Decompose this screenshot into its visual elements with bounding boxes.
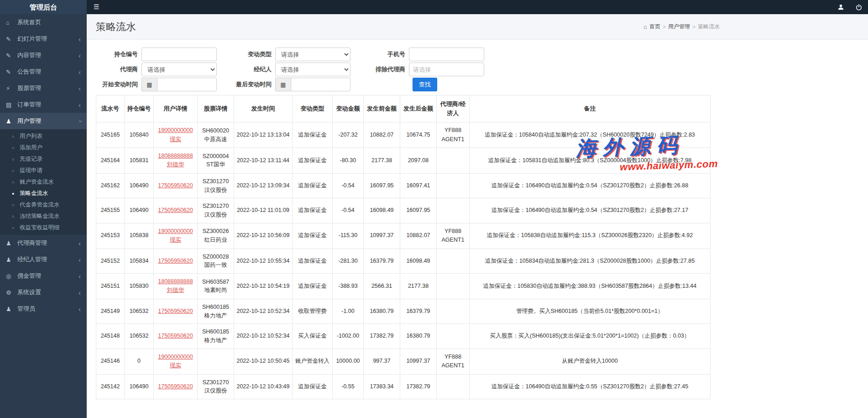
user-phone-link[interactable]: 17505950620	[158, 182, 193, 189]
cell-user: 17505950620	[154, 324, 198, 349]
bullet-icon: ○	[12, 226, 20, 230]
sidebar-subitem-收益宝收益明细[interactable]: ○收益宝收益明细	[0, 222, 87, 233]
cell-after-amount: 16098.49	[400, 249, 437, 274]
home-icon: ⌂	[643, 23, 647, 30]
sidebar-item-系统设置[interactable]: ⚙系统设置‹	[0, 284, 87, 301]
sidebar-subitem-充值记录[interactable]: ○充值记录	[0, 153, 87, 165]
user-name-link[interactable]: 现实	[170, 136, 181, 143]
user-icon: ♟	[6, 306, 15, 312]
commission-icon: ◎	[6, 273, 15, 280]
table-row: 24516210649017505950620SZ301270汉仪股份2022-…	[96, 173, 711, 198]
column-header: 变动类型	[293, 95, 333, 122]
user-phone-link[interactable]: 17505950620	[158, 258, 193, 264]
stock-name: 国药一致	[200, 261, 231, 270]
sidebar-item-label: 系统设置	[17, 288, 78, 296]
cell-serial: 245146	[96, 349, 125, 374]
user-menu-button[interactable]	[831, 0, 850, 14]
content-header: 策略流水 ⌂ 首页 > 用户管理 > 策略流水	[87, 14, 868, 40]
user-phone-link[interactable]: 17505950620	[158, 207, 193, 213]
cell-position: 106532	[125, 299, 154, 324]
cell-change-type: 追加保证金	[293, 374, 333, 399]
cell-change-type: 追加保证金	[293, 173, 333, 198]
broker-select[interactable]: 请选择	[275, 63, 350, 76]
change-type-select[interactable]: 请选择	[275, 48, 350, 61]
orders-icon: ▤	[6, 101, 15, 108]
sidebar-item-内容管理[interactable]: ✎内容管理‹	[0, 47, 87, 63]
stock-name: 格力地产	[200, 336, 231, 345]
user-phone-link[interactable]: 18088888888	[158, 278, 193, 285]
user-name-link[interactable]: 现实	[170, 362, 181, 369]
logout-button[interactable]	[850, 0, 868, 14]
user-name-link[interactable]: 刘德华	[167, 161, 184, 168]
user-phone-link[interactable]: 17505950620	[158, 383, 193, 390]
user-name-link[interactable]: 刘德华	[167, 287, 184, 293]
sidebar-subitem-用户列表[interactable]: ○用户列表	[0, 131, 87, 142]
cell-remark: 追加保证金：105830自动追加履约金:388.93（SH603587股数286…	[470, 274, 711, 299]
sidebar-subitem-策略金流水[interactable]: ●策略金流水	[0, 188, 87, 199]
cell-user: 17505950620	[154, 299, 198, 324]
main-area: 策略流水 ⌂ 首页 > 用户管理 > 策略流水 持仓编号	[87, 14, 868, 418]
sidebar-item-幻灯片管理[interactable]: ✎幻灯片管理‹	[0, 31, 87, 47]
sidebar-subitem-label: 收益宝收益明细	[20, 224, 60, 232]
sidebar-subitem-提现申请[interactable]: ○提现申请	[0, 165, 87, 176]
cell-amount: -1.00	[333, 299, 364, 324]
sidebar-subitem-代金券资金流水[interactable]: ○代金券资金流水	[0, 199, 87, 211]
breadcrumb-separator: >	[663, 24, 666, 30]
user-phone-link[interactable]: 19000000000	[158, 127, 193, 133]
user-phone-link[interactable]: 19000000000	[158, 228, 193, 234]
end-time-input[interactable]	[291, 78, 350, 91]
sidebar-item-系统首页[interactable]: ⌂系统首页	[0, 14, 87, 31]
stock-name: ST国华	[200, 160, 231, 169]
user-phone-link[interactable]: 19000000000	[158, 354, 193, 360]
navbar-right	[831, 0, 868, 14]
sidebar-toggle-button[interactable]: ☰	[87, 0, 106, 14]
sidebar-subitem-添加用户[interactable]: ○添加用户	[0, 142, 87, 153]
position-no-input[interactable]	[141, 48, 217, 61]
cell-after-amount: 2097.08	[400, 148, 437, 174]
cell-stock: SZ301270汉仪股份	[198, 173, 234, 198]
cell-stock: SH600185格力地产	[198, 324, 234, 349]
cell-before-amount: 997.37	[364, 349, 400, 374]
sidebar-item-代理商管理[interactable]: ♟代理商管理‹	[0, 235, 87, 251]
column-header: 发生时间	[234, 95, 293, 122]
stock-name: 中原高速	[200, 135, 231, 144]
breadcrumb-home-link[interactable]: 首页	[649, 23, 660, 31]
user-phone-link[interactable]: 17505950620	[158, 308, 193, 314]
cell-position: 106490	[125, 198, 154, 223]
sidebar-item-订单管理[interactable]: ▤订单管理‹	[0, 96, 87, 113]
user-phone-link[interactable]: 18088888888	[158, 153, 193, 159]
sidebar-subitem-账户资金流水[interactable]: ○账户资金流水	[0, 176, 87, 188]
stock-code: SZ301270	[200, 202, 231, 211]
sidebar-item-佣金管理[interactable]: ◎佣金管理‹	[0, 268, 87, 284]
sidebar-item-管理员[interactable]: ♟管理员‹	[0, 301, 87, 317]
cell-serial: 245149	[96, 299, 125, 324]
sidebar-item-label: 代理商管理	[17, 239, 78, 247]
cell-after-amount: 10997.37	[400, 349, 437, 374]
sidebar-subitem-冻结策略金流水[interactable]: ○冻结策略金流水	[0, 211, 87, 222]
sidebar-item-公告管理[interactable]: ✎公告管理‹	[0, 63, 87, 80]
search-button[interactable]: 查找	[413, 78, 437, 91]
table-row: 24516410583118088888888刘德华SZ000004ST国华20…	[96, 148, 711, 174]
cell-stock: SH600020中原高速	[198, 122, 234, 148]
breadcrumb-parent-link[interactable]: 用户管理	[668, 23, 690, 31]
cell-before-amount: 17383.34	[364, 374, 400, 399]
sidebar-submenu: ○用户列表○添加用户○充值记录○提现申请○账户资金流水●策略金流水○代金券资金流…	[0, 129, 87, 235]
navbar-body: ☰	[87, 0, 868, 14]
chevron-left-icon: ‹	[78, 256, 81, 263]
column-header: 用户详情	[154, 95, 198, 122]
start-time-input[interactable]	[157, 78, 217, 91]
user-name-link[interactable]: 现实	[170, 237, 181, 243]
column-header: 备注	[470, 95, 711, 122]
user-phone-link[interactable]: 17505950620	[158, 333, 193, 339]
cell-amount: -0.54	[333, 173, 364, 198]
sidebar-item-经纪人管理[interactable]: ♟经纪人管理‹	[0, 251, 87, 268]
sidebar-item-股票管理[interactable]: ⚡股票管理‹	[0, 80, 87, 96]
agent-select[interactable]: 请选择	[141, 63, 217, 76]
sidebar-item-用户管理[interactable]: ♟用户管理‹	[0, 113, 87, 129]
phone-input[interactable]	[409, 48, 484, 61]
exclude-agent-input[interactable]	[409, 63, 484, 76]
cell-user: 18088888888刘德华	[154, 274, 198, 299]
cell-remark: 追加保证金：105834自动追加履约金:281.3（SZ000028股数1000…	[470, 249, 711, 274]
cell-remark: 追加保证金：106490自动追加履约金:0.55（SZ301270股数2）止损参…	[470, 374, 711, 399]
app-logo[interactable]: 管理后台	[0, 0, 87, 14]
